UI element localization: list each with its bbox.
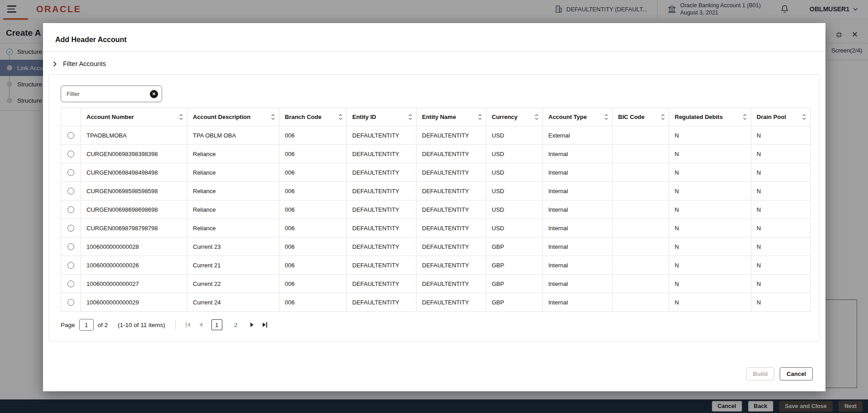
table-cell: GBP [486,293,543,312]
table-cell: DEFAULTENTITY [347,275,417,293]
sort-icon[interactable] [271,114,275,120]
column-header[interactable]: Entity Name [417,108,486,126]
modal-title: Add Header Account [43,23,825,44]
column-header-label: Branch Code [285,114,321,120]
table-cell: 006 [279,219,347,237]
table-cell: N [751,126,810,145]
row-select-radio[interactable] [67,225,74,232]
row-select-radio[interactable] [67,188,74,195]
column-header[interactable]: Account Number [81,108,187,126]
table-cell [613,275,669,293]
table-cell: DEFAULTENTITY [347,256,417,275]
sort-icon[interactable] [534,114,539,120]
modal-cancel-button[interactable]: Cancel [780,367,813,380]
column-header[interactable]: Regulated Debits [669,108,751,126]
sort-icon[interactable] [604,114,609,120]
table-cell: USD [486,126,543,145]
modal-title-divider [43,51,825,52]
row-select-radio[interactable] [67,169,74,176]
table-cell: GBP [486,275,543,293]
table-cell [613,163,669,182]
table-cell: Reliance [187,163,279,182]
table-cell: N [669,256,751,275]
page-number-input[interactable] [79,319,94,331]
filter-accounts-toggle[interactable]: Filter Accounts [53,60,153,67]
table-cell: USD [486,145,543,163]
table-cell: N [669,219,751,237]
table-cell: 1006000000000027 [81,275,187,293]
table-cell: N [669,163,751,182]
table-cell: DEFAULTENTITY [417,219,486,237]
page-button-2[interactable]: 2 [230,319,241,330]
column-header-label: Entity ID [352,114,376,120]
row-select-radio[interactable] [67,151,74,157]
sort-icon[interactable] [661,114,665,120]
table-cell: N [751,182,810,200]
table-row: 1006000000000026Current 21006DEFAULTENTI… [61,256,810,275]
sort-icon[interactable] [179,114,183,120]
table-cell: DEFAULTENTITY [347,200,417,219]
table-row: 1006000000000027Current 22006DEFAULTENTI… [61,275,810,293]
items-count-label: (1-10 of 11 items) [118,322,165,328]
table-cell [613,200,669,219]
sort-icon[interactable] [478,114,482,120]
sort-icon[interactable] [802,114,806,120]
sort-icon[interactable] [743,114,747,120]
column-header[interactable]: Entity ID [347,108,417,126]
sort-icon[interactable] [338,114,343,120]
column-header[interactable]: BIC Code [613,108,669,126]
column-header[interactable]: Account Type [543,108,613,126]
table-cell: TPA OBLM OBA [187,126,279,145]
table-cell: DEFAULTENTITY [417,126,486,145]
row-select-radio[interactable] [67,262,74,269]
table-cell: N [751,275,810,293]
first-page-icon[interactable] [186,322,190,328]
column-header[interactable]: Account Description [187,108,279,126]
column-header[interactable]: Branch Code [279,108,347,126]
table-cell: N [751,237,810,256]
column-header-label: Regulated Debits [675,114,723,120]
clear-filter-icon[interactable]: ✕ [150,90,158,98]
row-select-radio[interactable] [67,243,74,250]
table-cell [613,256,669,275]
table-cell: Current 24 [187,293,279,312]
table-cell: USD [486,200,543,219]
table-cell: 006 [279,126,347,145]
next-page-icon[interactable] [250,323,254,327]
table-cell: Internal [543,163,613,182]
column-header[interactable]: Currency [486,108,543,126]
table-cell: 006 [279,163,347,182]
table-row: CURGEN00698498498498Reliance006DEFAULTEN… [61,163,810,182]
last-page-icon[interactable] [263,322,267,328]
row-select-radio[interactable] [67,206,74,213]
table-cell: N [751,163,810,182]
sort-icon[interactable] [408,114,412,120]
filter-input[interactable] [61,85,162,102]
row-select-radio[interactable] [67,132,74,139]
table-cell: Current 22 [187,275,279,293]
previous-page-icon[interactable] [199,323,202,327]
column-header-label: Drain Pool [757,114,786,120]
page-button-1[interactable]: 1 [211,319,222,330]
column-header-label: Entity Name [422,114,456,120]
table-cell: CURGEN00698598598598 [81,182,187,200]
row-select-radio[interactable] [67,280,74,287]
table-cell: Reliance [187,182,279,200]
table-cell: N [751,293,810,312]
table-cell: DEFAULTENTITY [347,219,417,237]
row-select-radio[interactable] [67,299,74,306]
page-of-label: of 2 [98,322,108,328]
table-row: CURGEN00698698698698Reliance006DEFAULTEN… [61,200,810,219]
column-header[interactable]: Drain Pool [751,108,810,126]
table-cell: DEFAULTENTITY [347,237,417,256]
table-cell: N [751,256,810,275]
table-cell: 1006000000000026 [81,256,187,275]
table-cell: 1006000000000028 [81,237,187,256]
table-cell: 006 [279,275,347,293]
table-cell: Internal [543,200,613,219]
table-cell: Internal [543,275,613,293]
filter-accounts-label: Filter Accounts [63,60,106,67]
build-button[interactable]: Build [746,367,775,380]
accounts-table: Account NumberAccount DescriptionBranch … [61,108,810,312]
column-header-label: Account Type [548,114,587,120]
